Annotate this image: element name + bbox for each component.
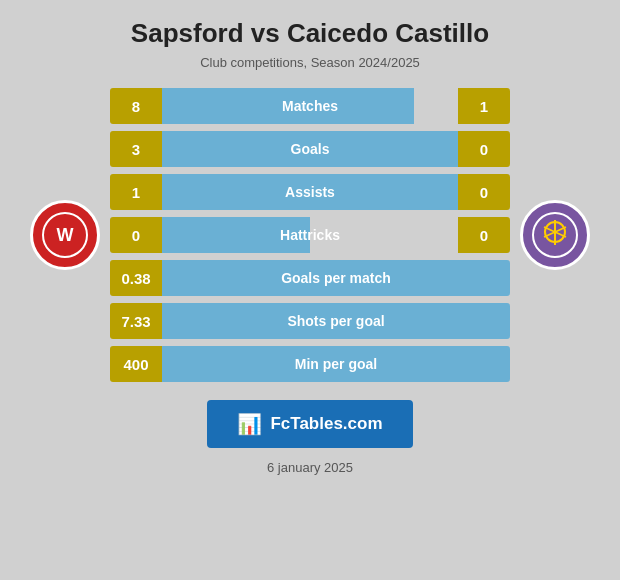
stat-row-goals: 3 Goals 0 [110,131,510,167]
stat-row-goals-per-match: 0.38 Goals per match [110,260,510,296]
stat-right-assists: 0 [458,174,510,210]
date-label: 6 january 2025 [267,460,353,475]
subtitle: Club competitions, Season 2024/2025 [200,55,420,70]
chart-icon: 📊 [237,412,262,436]
stat-row-assists: 1 Assists 0 [110,174,510,210]
stat-left-hattricks: 0 [110,217,162,253]
page-title: Sapsford vs Caicedo Castillo [131,18,489,49]
stat-bar-min-per-goal: Min per goal [162,346,510,382]
stat-left-assists: 1 [110,174,162,210]
stat-left-min-per-goal: 400 [110,346,162,382]
stat-left-matches: 8 [110,88,162,124]
stat-bar-hattricks: Hattricks [162,217,458,253]
stat-bar-shots-per-goal: Shots per goal [162,303,510,339]
stat-bar-goals-per-match: Goals per match [162,260,510,296]
stat-bar-goals: Goals [162,131,458,167]
stat-row-shots-per-goal: 7.33 Shots per goal [110,303,510,339]
stat-bar-assists: Assists [162,174,458,210]
banner-label: FcTables.com [270,414,382,434]
stat-row-min-per-goal: 400 Min per goal [110,346,510,382]
team-left-logo: W [20,200,110,270]
stat-row-matches: 8 Matches 1 [110,88,510,124]
stat-right-matches: 1 [458,88,510,124]
fctables-banner[interactable]: 📊 FcTables.com [207,400,412,448]
stat-left-goals-per-match: 0.38 [110,260,162,296]
stats-container: 8 Matches 1 3 Goals 0 1 Assists 0 0 [110,88,510,382]
svg-text:W: W [57,225,74,245]
stat-left-shots-per-goal: 7.33 [110,303,162,339]
stat-bar-matches: Matches [162,88,458,124]
team-right-logo [510,200,600,270]
stat-left-goals: 3 [110,131,162,167]
stat-row-hattricks: 0 Hattricks 0 [110,217,510,253]
stat-right-goals: 0 [458,131,510,167]
stat-right-hattricks: 0 [458,217,510,253]
